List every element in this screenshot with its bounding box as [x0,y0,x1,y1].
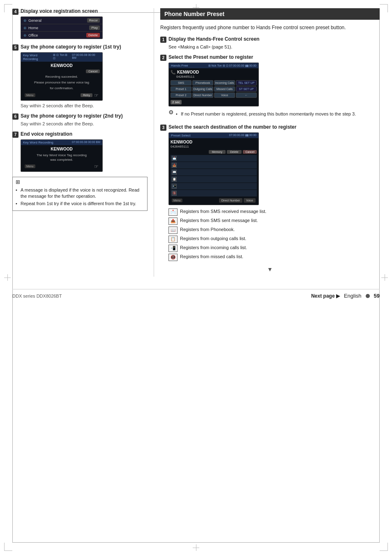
hf-brand: KENWOOD [177,70,199,74]
step-2-note: ⚙ If no Preset number is registered, pre… [168,109,380,119]
step-7-menu-btn[interactable]: Menu [25,164,35,168]
step-5-block: 5 Say the phone category to register (1s… [12,44,148,108]
icon-desc-list: 📩 Registers from SMS received message li… [168,208,380,261]
step-6-say-text: Say within 2 seconds after the Beep. [21,121,148,126]
note-bullet-1: A message is displayed if the voice is n… [16,187,144,200]
preset-voice-btn[interactable]: Voice [244,198,256,203]
preset-menu-btn[interactable]: Menu [172,199,182,202]
step-7-number: 7 [12,132,18,138]
preset-header-left: Preset Select [171,134,191,137]
footer-series: DDX series DDX8026BT [12,294,62,298]
preset-memory-btn[interactable]: Memory [209,150,226,154]
preset-select-screen: Preset Select 07:00:00.00 ▮▮ 00:00 KENWO… [168,132,259,205]
left-note-box: ⊞ A message is displayed if the voice is… [12,177,148,211]
hf-phone-icon: 📞 [171,70,175,74]
hf-btn-preset1[interactable]: Preset 1 [171,86,191,92]
icon-desc-sms-recv: 📩 Registers from SMS received message li… [168,208,380,216]
hf-btn-voice[interactable]: Voice [214,92,235,98]
preset-intro: Registers frequently used phone number t… [160,24,380,31]
step-6-number: 6 [12,113,18,120]
step-5-screen-header: Key Word Recording ⊞ ⊡ Ton ⊞ ⊡ 07:00:00.… [21,53,102,62]
preset-delete-btn[interactable]: Delete [227,150,242,154]
left-column: 4 Display voice registration screen ⊕ Ge… [12,8,154,277]
icon-desc-phonebook-text: Registers from Phonebook. [180,227,235,233]
right-step-1-block: 1 Display the Hands-Free Control screen … [160,36,380,49]
hf-btn-incoming[interactable]: Incoming Calls [214,80,235,86]
step-4-number: 4 [12,9,18,15]
icon-box-sms-sent: 📤 [168,217,178,225]
cross-bottom [193,544,199,551]
icon-box-missed: 📵 [168,254,178,261]
step-5-menu-area: Menu Retry ☞ [23,92,100,99]
note-bullet-2: Repeat from 1st try if the voice is diff… [16,200,144,207]
preset-icon-phonebook: 📖 [172,170,177,175]
corner-mark-bl [4,543,12,551]
preset-icon-row-5: 📲 [171,183,257,190]
icon-desc-outgoing-text: Registers from outgoing calls list. [180,236,246,242]
step-7-title: End voice registration [21,131,72,138]
step-7-message: The key Word Voice Tag recordingwas comp… [23,153,100,162]
step-4-screen: ⊕ General Recor ⊕ Home Play [21,16,103,39]
step-7-time: 07:00:00.08 00:00 BM [72,141,100,144]
hf-btn-preset2[interactable]: Preset 2 [171,92,191,98]
preset-icon-row-6: 📵 [171,190,257,197]
phone-preset-title: Phone Number Preset [160,8,380,20]
hf-header-icons: ⊞ Nck Ton ⊞ ⊡ [208,64,228,67]
page-number: 59 [374,293,380,299]
hf-btn-phonebook[interactable]: Phonebook [192,80,213,86]
preset-icon-row-4: 📋 [171,176,257,183]
step-4-list-item-1: ⊕ General Recor [21,17,102,24]
next-page-btn[interactable]: Next page ▶ [311,293,340,299]
hf-btn-back[interactable]: ← [236,92,257,98]
icon-box-incoming: 📲 [168,245,178,252]
right-step-3-block: 3 Select the search destination of the n… [160,124,380,261]
hf-header-left: Hands Free [171,64,188,67]
icon-desc-missed: 📵 Registers from missed calls list. [168,254,380,261]
step-5-message1: Recording succeeded. [23,74,100,79]
footer-right-area: Next page ▶ English 59 [311,293,380,299]
page-footer: DDX series DDX8026BT Next page ▶ English… [12,289,380,299]
step-4-delete-btn[interactable]: Delete [86,33,100,37]
preset-icon-row-2: 📤 [171,162,257,169]
hf-btn-tel-setup[interactable]: TEL SET UP [236,80,257,86]
step-4-play-btn[interactable]: Play [89,25,100,30]
preset-icon-missed: 📵 [172,191,177,196]
hf-header-time: 07:00:00.00 ▮▮ 00:00 [229,64,256,67]
right-step-2-title: Select the Preset number to register [168,54,253,61]
hands-free-screen: Hands Free ⊞ Nck Ton ⊞ ⊡ 07:00:00.00 ▮▮ … [168,62,259,106]
right-step-1-body: See <Making a Call> (page 51). [168,44,380,49]
hf-btn-st-setup[interactable]: ST SET UP [236,86,257,92]
hf-btn-direct[interactable]: Direct Number [192,92,213,98]
hand-pointer-icon-5: ☞ [94,92,99,98]
hf-btn-sms[interactable]: SMS [171,80,191,86]
step-7-body: KENWOOD The key Word Voice Tag recording… [21,145,102,171]
preset-icon-row-3: 📖 [171,169,257,176]
step-5-message2: Please pronounce the same voice tag [23,80,100,85]
step-5-menu-btn[interactable]: Menu [25,93,35,97]
hf-screen-header: Hands Free ⊞ Nck Ton ⊞ ⊡ 07:00:00.00 ▮▮ … [169,63,258,68]
step-5-number: 5 [12,44,18,51]
preset-number: 0426465111 [171,145,257,148]
bullet-icon [366,294,370,298]
preset-screen-header: Preset Select 07:00:00.00 ▮▮ 00:00 [169,133,258,138]
step-4-list-item-2: ⊕ Home Play [21,24,102,32]
step-7-block: 7 End voice registration Key Word Record… [12,131,148,172]
preset-cancel-btn[interactable]: Cancel [243,150,257,154]
hf-btn-outgoing[interactable]: Outgoing Calls [192,86,213,92]
step-5-time: 07:00:00.08 00:00 BM [72,53,100,61]
step-5-retry-btn[interactable]: Retry [81,93,92,97]
step-2-note-text: If no Preset number is registered, press… [176,111,356,118]
icon-desc-sms-recv-text: Registers from SMS received message list… [180,208,266,215]
hf-number: 0426465111 [176,75,257,79]
step-5-body: KENWOOD Cancel Recording succeeded. Plea… [21,62,102,100]
preset-brand: KENWOOD [171,140,192,144]
preset-icon-sms-sent: 📤 [172,163,177,168]
step-7-brand: KENWOOD [23,147,100,151]
icon-desc-missed-text: Registers from missed calls list. [180,254,243,260]
right-step-2-block: 2 Select the Preset number to register H… [160,54,380,119]
hf-btn-missed[interactable]: Missed Calls [214,86,235,92]
step-5-cancel-btn[interactable]: Cancel [86,69,100,73]
step-4-record-btn[interactable]: Recor [87,18,100,23]
preset-direct-btn[interactable]: Direct Number [219,198,242,203]
icon-box-phonebook: 📖 [168,227,178,234]
